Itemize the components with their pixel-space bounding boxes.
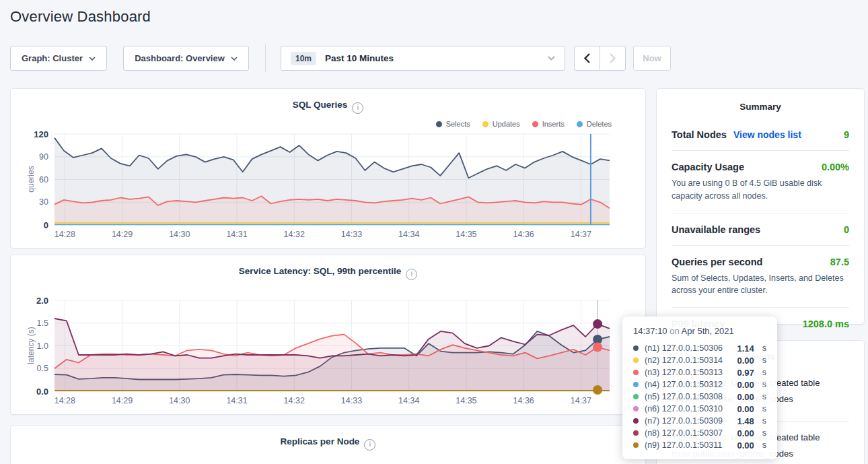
tooltip-row: (n1) 127.0.0.1:503061.14s [633,342,766,354]
x-axis-tick: 14:28 [55,396,75,405]
y-axis-tick: 120 [34,129,48,139]
summary-row-capacity: Capacity Usage 0.00% You are using 0 B o… [672,151,849,213]
tooltip-node-unit: s [762,392,766,401]
graph-scope-dropdown[interactable]: Graph: Cluster [10,46,107,71]
x-axis-tick: 14:28 [55,230,75,239]
x-axis-tick: 14:30 [169,396,190,405]
dashboard-label: Dashboard: Overview [135,53,225,63]
y-axis-tick: 60 [39,175,48,185]
tooltip-rows: (n1) 127.0.0.1:503061.14s(n2) 127.0.0.1:… [633,342,766,451]
legend-dot-icon [482,121,489,127]
unavailable-ranges-value: 0 [844,224,849,235]
tooltip-node-value: 0.00 [737,392,754,402]
capacity-usage-value: 0.00% [822,162,849,172]
x-axis-tick: 14:35 [456,230,476,239]
graph-scope-label: Graph: Cluster [22,53,83,63]
summary-panel: Summary Total Nodes View nodes list 9 Ca… [656,88,865,325]
legend-item-selects[interactable]: Selects [436,120,470,128]
now-button[interactable]: Now [633,46,671,71]
tooltip-row: (n5) 127.0.0.1:503080.00s [633,391,766,403]
node-color-dot-icon [633,442,639,448]
chart-title: Service Latency: SQL, 99th percentilei [11,266,645,280]
chevron-down-icon [231,57,238,61]
service-latency-plot[interactable]: 0.00.51.01.52.014:2814:2914:3014:3114:32… [55,300,610,391]
node-color-dot-icon [633,382,639,387]
unavailable-ranges-label: Unavailable ranges [672,224,760,235]
legend-item-updates[interactable]: Updates [482,120,520,128]
overview-dashboard-page: Overview Dashboard Graph: Cluster Dashbo… [0,0,868,464]
node-color-dot-icon [633,430,639,436]
toolbar-divider [265,44,266,72]
x-axis-tick: 14:33 [341,230,362,239]
chart-title-text: Replicas per Node [281,436,360,446]
node-color-dot-icon [633,358,639,363]
chart-title-text: Service Latency: SQL, 99th percentile [239,266,402,276]
qps-label: Queries per second [672,257,762,267]
y-axis-tick: 0 [44,220,48,230]
capacity-usage-label: Capacity Usage [672,162,744,172]
time-next-button[interactable] [600,46,625,70]
tooltip-date: Apr 5th, 2021 [682,326,734,336]
tooltip-row: (n2) 127.0.0.1:503140.00s [633,354,766,366]
chart-title-text: SQL Queries [293,100,348,110]
y-axis-tick: 90 [39,152,48,162]
legend-dot-icon [532,121,538,127]
time-prev-button[interactable] [575,46,600,70]
sql-queries-panel: SQL Queriesi SelectsUpdatesInsertsDelete… [10,88,646,248]
replicas-per-node-panel: Replicas per Nodei [10,425,646,464]
chart-legend: SelectsUpdatesInsertsDeletes [436,120,612,128]
y-axis-tick: 1.5 [37,319,48,328]
x-axis-tick: 14:34 [398,230,419,239]
tooltip-node-value: 0.00 [737,380,754,390]
tooltip-row: (n3) 127.0.0.1:503130.97s [633,366,766,378]
x-axis-tick: 14:31 [226,230,247,239]
tooltip-node-address: (n7) 127.0.0.1:50309 [645,416,723,426]
info-icon[interactable]: i [364,439,375,451]
view-nodes-list-link[interactable]: View nodes list [733,129,801,140]
info-icon[interactable]: i [406,269,417,280]
x-axis-tick: 14:30 [169,230,190,239]
x-axis-tick: 14:31 [226,396,247,405]
legend-label: Selects [446,120,470,128]
x-axis-tick: 14:32 [284,396,305,405]
info-icon[interactable]: i [352,102,363,114]
tooltip-node-value: 0.00 [737,356,754,366]
x-axis-tick: 14:35 [456,396,476,405]
x-axis-tick: 14:37 [571,230,591,239]
time-range-picker[interactable]: 10m Past 10 Minutes [281,46,565,71]
y-axis-tick: 1.0 [37,341,48,351]
capacity-usage-desc: You are using 0 B of 4.5 GiB usable disk… [672,177,849,203]
tooltip-node-address: (n6) 127.0.0.1:50310 [645,404,723,413]
y-axis-tick: 30 [39,197,48,207]
tooltip-node-address: (n8) 127.0.0.1:50307 [645,428,723,438]
page-title: Overview Dashboard [10,8,151,26]
tooltip-node-value: 1.48 [737,416,754,426]
legend-label: Deletes [587,120,612,128]
tooltip-time: 14:37:10 [633,326,667,336]
tooltip-node-value: 0.00 [737,428,754,438]
summary-row-qps: Queries per second 87.5 Sum of Selects, … [672,246,849,308]
legend-item-inserts[interactable]: Inserts [532,120,565,128]
time-range-badge: 10m [291,52,316,65]
x-axis-tick: 14:29 [112,230,133,239]
chart-title: Replicas per Nodei [11,436,645,451]
dashboard-dropdown[interactable]: Dashboard: Overview [123,46,249,71]
total-nodes-label: Total Nodes [672,129,727,140]
x-axis-tick: 14:29 [112,396,133,405]
tooltip-connector: on [670,326,679,336]
time-range-label: Past 10 Minutes [325,53,394,63]
sql-queries-plot[interactable]: 030609012014:2814:2914:3014:3114:3214:33… [55,134,610,225]
legend-item-deletes[interactable]: Deletes [577,120,612,128]
tooltip-node-address: (n3) 127.0.0.1:50313 [645,368,723,377]
tooltip-node-unit: s [762,368,766,377]
x-axis-tick: 14:36 [513,230,534,239]
node-color-dot-icon [633,345,639,351]
tooltip-node-unit: s [762,404,766,413]
tooltip-node-value: 0.00 [737,440,754,451]
legend-label: Updates [493,120,520,128]
tooltip-node-unit: s [762,356,766,365]
tooltip-node-value: 0.97 [737,368,754,378]
chevron-right-icon [610,53,616,63]
tooltip-row: (n8) 127.0.0.1:503070.00s [633,427,766,439]
tooltip-row: (n4) 127.0.0.1:503120.00s [633,378,766,391]
